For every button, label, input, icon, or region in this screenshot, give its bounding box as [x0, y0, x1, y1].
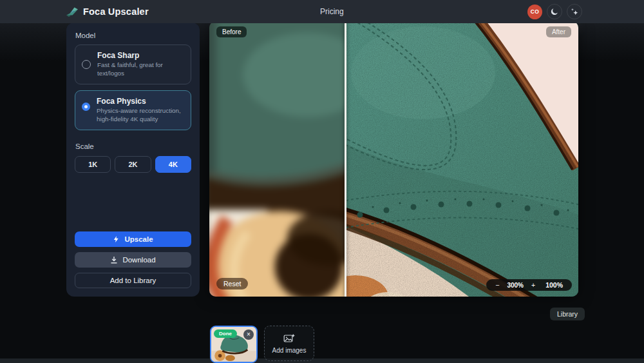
- radio-unselected-icon[interactable]: [82, 60, 91, 69]
- sparkles-icon: [570, 7, 579, 16]
- zoom-controls: − 300% + 100%: [486, 279, 572, 291]
- brand[interactable]: Foca Upscaler: [66, 0, 149, 23]
- model-option-text: Foca Sharp Fast & faithful, great for te…: [97, 51, 184, 78]
- settings-panel: Model Foca Sharp Fast & faithful, great …: [66, 23, 200, 297]
- bottom-strip: [0, 358, 644, 363]
- moon-icon: [550, 7, 559, 16]
- reset-button[interactable]: Reset: [216, 278, 248, 289]
- model-option-foca-sharp[interactable]: Foca Sharp Fast & faithful, great for te…: [75, 44, 191, 84]
- model-option-foca-physics[interactable]: Foca Physics Physics-aware reconstructio…: [75, 90, 191, 130]
- app-title: Foca Upscaler: [83, 6, 149, 17]
- thumbnail-selected[interactable]: Done ×: [210, 326, 258, 363]
- before-image: [209, 21, 346, 297]
- comparison-divider[interactable]: [345, 21, 346, 297]
- after-image: [346, 21, 578, 297]
- add-to-library-button[interactable]: Add to Library: [75, 273, 191, 288]
- add-image-icon: [283, 333, 295, 344]
- scale-button-group: 1K 2K 4K: [75, 156, 191, 173]
- header-actions: CO: [527, 4, 582, 19]
- close-icon: ×: [247, 331, 251, 338]
- scale-2k-button[interactable]: 2K: [115, 156, 151, 173]
- add-images-label: Add images: [272, 347, 307, 354]
- radio-selected-icon[interactable]: [82, 103, 90, 111]
- download-button[interactable]: Download: [75, 252, 191, 268]
- upscale-button-label: Upscale: [124, 235, 153, 243]
- status-badge: Done: [214, 329, 237, 338]
- nav-pricing[interactable]: Pricing: [320, 7, 344, 16]
- model-option-text: Foca Physics Physics-aware reconstructio…: [97, 97, 184, 124]
- zoom-in-button[interactable]: +: [526, 281, 540, 289]
- model-name: Foca Sharp: [97, 51, 184, 60]
- theme-toggle-button[interactable]: [547, 4, 562, 19]
- language-button[interactable]: [567, 4, 582, 19]
- library-button[interactable]: Library: [550, 308, 585, 320]
- before-badge: Before: [216, 26, 247, 37]
- model-section-label: Model: [75, 32, 191, 39]
- after-badge: After: [546, 26, 571, 37]
- download-button-label: Download: [122, 256, 155, 264]
- zoom-out-button[interactable]: −: [490, 281, 504, 289]
- scale-1k-button[interactable]: 1K: [75, 156, 111, 173]
- add-images-dropzone[interactable]: Add images: [264, 326, 314, 361]
- zoom-level: 300%: [504, 282, 526, 289]
- upscale-button[interactable]: Upscale: [75, 231, 191, 247]
- image-viewer[interactable]: Before After Reset − 300% + 100%: [209, 21, 578, 297]
- bird-icon: [66, 6, 79, 17]
- panel-spacer: [75, 173, 191, 226]
- user-avatar[interactable]: CO: [527, 5, 542, 19]
- model-name: Foca Physics: [97, 97, 184, 106]
- add-to-library-label: Add to Library: [110, 277, 156, 284]
- scale-section-label: Scale: [75, 142, 191, 150]
- model-description: Fast & faithful, great for text/logos: [97, 61, 184, 78]
- scale-4k-button[interactable]: 4K: [155, 156, 191, 173]
- app-root: Foca Upscaler Pricing CO Model Foca: [0, 0, 644, 363]
- lightning-icon: [113, 235, 120, 243]
- download-icon: [110, 256, 118, 264]
- remove-thumbnail-button[interactable]: ×: [243, 329, 254, 340]
- header: Foca Upscaler Pricing CO: [0, 0, 644, 23]
- zoom-reset-button[interactable]: 100%: [540, 281, 568, 289]
- model-description: Physics-aware reconstruction, high-fidel…: [97, 107, 184, 124]
